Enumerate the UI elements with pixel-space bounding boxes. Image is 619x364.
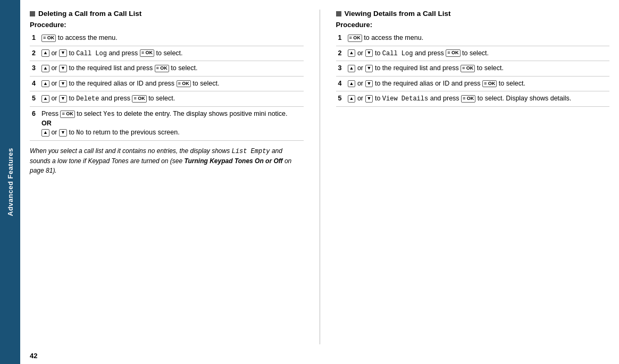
step-text: to the required alias or ID and press: [375, 80, 482, 87]
or-label: OR: [41, 120, 52, 127]
step-text: to select.: [499, 80, 525, 87]
columns-layout: Deleting a Call from a Call List Procedu…: [20, 0, 619, 350]
or-text: or: [51, 80, 59, 87]
section-icon-left: [30, 11, 35, 16]
down-arrow-icon: ▼: [59, 49, 67, 57]
down-arrow-icon: ▼: [59, 95, 67, 103]
step-number: 5: [336, 91, 346, 107]
up-arrow-icon: ▲: [348, 65, 356, 72]
section-icon-right: [336, 11, 341, 16]
up-arrow-icon: ▲: [348, 95, 356, 103]
left-footer-note: When you select a call list and it conta…: [30, 146, 304, 175]
step-content: ≡ OK to access the menu.: [346, 31, 610, 46]
or-text: or: [51, 64, 59, 72]
step-content: ▲ or ▼ to the required list and press ≡ …: [346, 61, 610, 77]
down-arrow-icon: ▼: [365, 65, 373, 72]
down-arrow-icon: ▼: [365, 95, 373, 103]
right-steps-table: 1 ≡ OK to access the menu. 2 ▲ or ▼: [336, 31, 610, 107]
step-content: Press ≡ OK to select Yes to delete the e…: [39, 107, 304, 141]
step-number: 6: [30, 107, 39, 141]
table-row: 3 ▲ or ▼ to the required list and press …: [336, 61, 610, 77]
table-row: 2 ▲ or ▼ to Call Log and press ≡ OK to s…: [30, 46, 304, 61]
step-content: ▲ or ▼ to Call Log and press ≡ OK to sel…: [346, 46, 610, 61]
ok-button-icon: ≡ OK: [177, 80, 191, 88]
step-content: ▲ or ▼ to the required alias or ID and p…: [346, 76, 610, 91]
step-text: to select.: [193, 80, 219, 87]
ok-button-icon: ≡ OK: [446, 49, 460, 57]
step-content: ▲ or ▼ to the required alias or ID and p…: [39, 76, 304, 91]
sidebar: Advanced Features: [0, 0, 20, 364]
ok-button-icon: ≡ OK: [60, 111, 74, 118]
right-title-text: Viewing Details from a Call List: [345, 10, 451, 18]
ok-button-icon: ≡ OK: [41, 35, 56, 42]
table-row: 1 ≡ OK to access the menu.: [30, 31, 304, 46]
step-text: to access the menu.: [58, 34, 118, 41]
up-arrow-icon: ▲: [41, 80, 49, 88]
step-text: to select.: [462, 49, 489, 57]
step-number: 4: [336, 76, 346, 91]
table-row: 4 ▲ or ▼ to the required alias or ID and…: [30, 76, 304, 91]
down-arrow-icon: ▼: [365, 80, 373, 88]
step-number: 2: [30, 46, 39, 61]
up-arrow-icon: ▲: [41, 65, 49, 72]
table-row: 5 ▲ or ▼ to Delete and press ≡ OK to sel…: [30, 91, 304, 107]
ok-button-icon: ≡ OK: [155, 65, 169, 72]
step-content: ▲ or ▼ to Call Log and press ≡ OK to sel…: [39, 46, 304, 61]
step-number: 4: [30, 76, 39, 91]
step-text: to the required list and press: [375, 64, 461, 72]
table-row: 1 ≡ OK to access the menu.: [336, 31, 610, 46]
step-text: to access the menu.: [364, 34, 423, 41]
table-row: 5 ▲ or ▼ to View Details and press ≡ OK …: [336, 91, 610, 107]
step-text: to select.: [148, 95, 175, 102]
or-text: or: [357, 64, 365, 72]
right-column: Viewing Details from a Call List Procedu…: [336, 10, 610, 344]
or-text: or: [357, 80, 365, 87]
column-divider: [320, 10, 320, 344]
step-text: to select. Display shows details.: [478, 95, 571, 102]
step-text: to select.: [477, 64, 504, 72]
or-text: or: [357, 95, 365, 102]
down-arrow-icon: ▼: [365, 49, 373, 57]
right-procedure-label: Procedure:: [336, 21, 610, 29]
or-text: or: [51, 95, 59, 102]
step-content: ≡ OK to access the menu.: [39, 31, 304, 46]
up-arrow-icon: ▲: [41, 95, 49, 103]
table-row: 3 ▲ or ▼ to the required list and press …: [30, 61, 304, 77]
ok-button-icon: ≡ OK: [132, 95, 146, 103]
step-text: to Call Log and press: [375, 49, 446, 57]
or-text: or: [51, 129, 59, 136]
ok-button-icon: ≡ OK: [461, 95, 475, 103]
up-arrow-icon: ▲: [41, 129, 49, 137]
step-text: to the required alias or ID and press: [69, 80, 176, 87]
left-column: Deleting a Call from a Call List Procedu…: [30, 10, 304, 344]
step-text: to the required list and press: [69, 64, 154, 72]
right-section-title: Viewing Details from a Call List: [336, 10, 610, 18]
down-arrow-icon: ▼: [59, 129, 67, 137]
step-number: 1: [336, 31, 346, 46]
down-arrow-icon: ▼: [59, 80, 67, 88]
step-number: 3: [30, 61, 39, 77]
footer-text: When you select a call list and it conta…: [30, 147, 291, 174]
step-number: 2: [336, 46, 346, 61]
up-arrow-icon: ▲: [41, 49, 49, 57]
step-text: to select.: [171, 64, 197, 72]
step-number: 3: [336, 61, 346, 77]
or-text: or: [357, 49, 365, 57]
step-text: to Call Log and press: [69, 49, 139, 57]
step-text: to View Details and press: [375, 95, 461, 102]
ok-button-icon: ≡ OK: [482, 80, 497, 88]
sidebar-label: Advanced Features: [6, 148, 14, 216]
step-text: to No to return to the previous screen.: [69, 129, 179, 136]
down-arrow-icon: ▼: [59, 65, 67, 72]
step-text: to select.: [156, 49, 183, 57]
left-procedure-label: Procedure:: [30, 21, 304, 29]
table-row: 2 ▲ or ▼ to Call Log and press ≡ OK to s…: [336, 46, 610, 61]
step-text: to select Yes to delete the entry. The d…: [77, 110, 287, 117]
up-arrow-icon: ▲: [348, 80, 356, 88]
or-text: or: [51, 49, 59, 57]
step-number: 5: [30, 91, 39, 107]
table-row: 4 ▲ or ▼ to the required alias or ID and…: [336, 76, 610, 91]
left-title-text: Deleting a Call from a Call List: [38, 10, 141, 18]
step-content: ▲ or ▼ to the required list and press ≡ …: [39, 61, 304, 77]
step-text: to Delete and press: [69, 95, 132, 102]
